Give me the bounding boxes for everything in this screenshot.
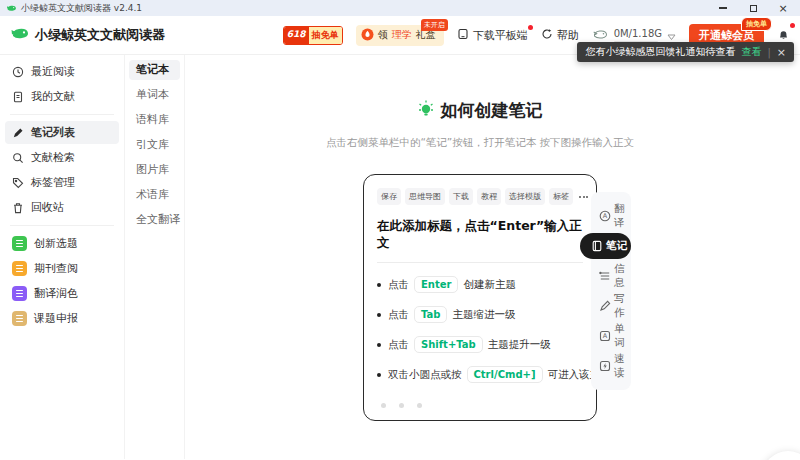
sidebar-item-文献检索[interactable]: 文献检索 xyxy=(5,146,119,169)
bullet-dot xyxy=(377,373,381,377)
sidebar-item-label: 创新选题 xyxy=(34,236,78,251)
mascot-assistant-button[interactable] xyxy=(762,451,800,460)
tool-写作[interactable]: 写作 xyxy=(591,291,631,321)
toast-separator: | xyxy=(767,47,770,58)
sidebar-divider xyxy=(10,114,114,115)
whale-logo-icon xyxy=(6,4,17,13)
more-icon[interactable] xyxy=(579,196,588,198)
storage-meter: 0M/1.18G xyxy=(614,28,662,43)
primary-sidebar: 最近阅读我的文献笔记列表文献检索标签管理回收站创新选题期刊查阅翻译润色课题申报 xyxy=(0,55,125,459)
whale-mascot-icon xyxy=(769,456,800,460)
vip-ribbon-badge: 抽免单 xyxy=(741,17,772,31)
sidebar-item-我的文献[interactable]: 我的文献 xyxy=(5,85,119,108)
lightbulb-icon xyxy=(418,100,434,122)
download-tablet-button[interactable]: 下载平板端 xyxy=(457,28,528,43)
page-title: 如何创建笔记 xyxy=(441,99,543,122)
sidebar-item-最近阅读[interactable]: 最近阅读 xyxy=(5,60,119,83)
search-icon xyxy=(12,152,24,164)
maximize-button[interactable] xyxy=(748,3,758,13)
instruction-list: 点击Enter创建新主题点击Tab主题缩进一级点击Shift+Tab主题提升一级… xyxy=(377,276,583,383)
app-logo-text: 小绿鲸英文文献阅读器 xyxy=(35,26,165,44)
pagination-dots[interactable] xyxy=(377,403,583,408)
window-controls: × xyxy=(718,3,794,13)
card-toolbar-教程[interactable]: 教程 xyxy=(477,188,501,205)
sidebar-item-label: 课题申报 xyxy=(34,311,78,326)
document-icon xyxy=(12,91,24,103)
instruction-item: 双击小圆点或按Ctrl/Cmd+]可进入该主题 xyxy=(377,366,583,383)
titlebar-title: 小绿鲸英文文献阅读器 v2.4.1 xyxy=(21,2,142,15)
sidebar-item-回收站[interactable]: 回收站 xyxy=(5,196,119,219)
toast-close-icon[interactable]: × xyxy=(777,46,786,59)
shortcut-key: Tab xyxy=(414,306,447,323)
promo-618-button[interactable]: 618 抽免单 xyxy=(283,26,343,45)
help-button[interactable]: 帮助 xyxy=(541,28,579,43)
gift-box-button[interactable]: 领理学礼盒 未开启 xyxy=(356,25,444,46)
sidebar-item-label: 我的文献 xyxy=(31,89,75,104)
body: 最近阅读我的文献笔记列表文献检索标签管理回收站创新选题期刊查阅翻译润色课题申报 … xyxy=(0,55,800,459)
tool-翻译[interactable]: A翻译 xyxy=(591,201,631,231)
promo-618-label: 抽免单 xyxy=(309,27,342,44)
minimize-icon xyxy=(719,7,727,8)
info-icon xyxy=(599,270,611,282)
tool-label: 单词 xyxy=(614,322,631,350)
subsidebar-item-笔记本[interactable]: 笔记本 xyxy=(129,60,180,80)
app-icon xyxy=(12,261,27,276)
translate-icon: A xyxy=(599,210,611,222)
tool-速读[interactable]: 速读 xyxy=(591,351,631,381)
instruction-pre-text: 点击 xyxy=(388,308,409,322)
tool-笔记[interactable]: 笔记 xyxy=(580,233,631,259)
note-icon xyxy=(591,240,603,252)
tool-单词[interactable]: A单词 xyxy=(591,321,631,351)
tool-label: 速读 xyxy=(614,352,631,380)
download-tablet-label: 下载平板端 xyxy=(473,28,528,43)
instruction-pre-text: 点击 xyxy=(388,278,409,292)
toast-notification: 您有小绿鲸感恩回馈礼通知待查看 查看 | × xyxy=(577,42,794,62)
subsidebar-item-全文翻译[interactable]: 全文翻译 xyxy=(129,210,180,230)
card-toolbar-标签[interactable]: 标签 xyxy=(549,188,573,205)
instruction-pre-text: 点击 xyxy=(388,338,409,352)
subsidebar-item-术语库[interactable]: 术语库 xyxy=(129,185,180,205)
divider xyxy=(377,262,583,263)
flame-icon xyxy=(361,28,374,43)
card-toolbar-选择模版[interactable]: 选择模版 xyxy=(505,188,545,205)
sidebar-item-label: 文献检索 xyxy=(31,150,75,165)
shortcut-key: Enter xyxy=(414,276,458,293)
subsidebar-item-图片库[interactable]: 图片库 xyxy=(129,160,180,180)
secondary-sidebar: 笔记本单词本语料库引文库图片库术语库全文翻译 xyxy=(125,55,185,459)
sidebar-item-课题申报[interactable]: 课题申报 xyxy=(5,307,119,330)
gift-status-badge: 未开启 xyxy=(421,19,448,31)
card-toolbar-思维导图[interactable]: 思维导图 xyxy=(405,188,445,205)
sidebar-item-label: 笔记列表 xyxy=(31,125,75,140)
sidebar-item-期刊查阅[interactable]: 期刊查阅 xyxy=(5,257,119,280)
sidebar-item-创新选题[interactable]: 创新选题 xyxy=(5,232,119,255)
note-title-placeholder[interactable]: 在此添加标题，点击“Enter”输入正文 xyxy=(377,218,583,252)
subsidebar-item-语料库[interactable]: 语料库 xyxy=(129,110,180,130)
svg-text:A: A xyxy=(603,212,608,220)
shortcut-key: Shift+Tab xyxy=(414,336,483,353)
instruction-item: 点击Tab主题缩进一级 xyxy=(377,306,583,323)
tablet-icon xyxy=(457,28,469,43)
tool-信息[interactable]: 信息 xyxy=(591,261,631,291)
word-icon: A xyxy=(599,330,611,342)
subsidebar-item-引文库[interactable]: 引文库 xyxy=(129,135,180,155)
right-toolbar: A翻译笔记信息写作A单词速读 xyxy=(591,192,631,390)
titlebar: 小绿鲸英文文献阅读器 v2.4.1 × xyxy=(0,0,800,16)
minimize-button[interactable] xyxy=(718,3,728,13)
card-toolbar: 保存思维导图下载教程选择模版标签 xyxy=(377,188,583,205)
subsidebar-item-单词本[interactable]: 单词本 xyxy=(129,85,180,105)
card-toolbar-保存[interactable]: 保存 xyxy=(377,188,401,205)
page-subtitle: 点击右侧菜单栏中的“笔记”按钮，打开笔记本 按下图操作输入正文 xyxy=(325,136,635,150)
close-button[interactable]: × xyxy=(778,3,788,13)
tool-label: 信息 xyxy=(614,262,631,290)
sidebar-item-笔记列表[interactable]: 笔记列表 xyxy=(5,121,119,144)
app-icon xyxy=(12,286,27,301)
clock-icon xyxy=(12,66,24,78)
trash-icon xyxy=(12,202,24,214)
whale-logo-icon xyxy=(10,27,30,44)
sidebar-item-翻译润色[interactable]: 翻译润色 xyxy=(5,282,119,305)
card-toolbar-下载[interactable]: 下载 xyxy=(449,188,473,205)
sidebar-item-标签管理[interactable]: 标签管理 xyxy=(5,171,119,194)
toast-view-link[interactable]: 查看 xyxy=(741,45,761,59)
tag-icon xyxy=(12,177,24,189)
maximize-icon xyxy=(750,5,757,12)
